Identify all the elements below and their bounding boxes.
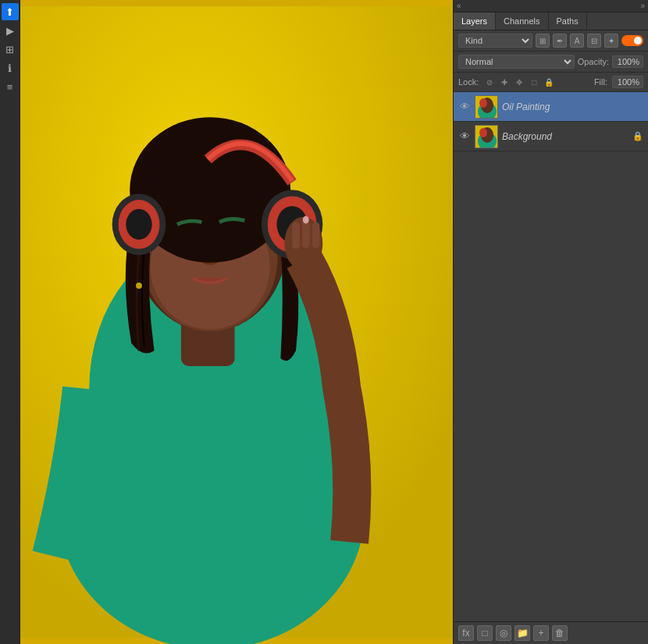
filter-smart-icon[interactable]: ✦	[604, 34, 618, 48]
lock-label: Lock:	[458, 77, 479, 87]
tab-layers[interactable]: Layers	[454, 12, 496, 30]
add-mask-button[interactable]: □	[477, 625, 493, 641]
lock-artboard-icon[interactable]: □	[528, 76, 540, 88]
collapse-left-icon[interactable]: «	[457, 2, 461, 10]
filter-type-icon[interactable]: A	[570, 34, 584, 48]
photo-canvas	[20, 0, 453, 644]
tab-paths[interactable]: Paths	[549, 12, 587, 30]
kind-dropdown[interactable]: Kind	[458, 34, 532, 48]
left-toolbar: ⬆ ▶ ⊞ ℹ ≡	[0, 0, 20, 644]
kind-filter-row: Kind ⊞ ✒ A ⊟ ✦	[454, 30, 648, 52]
panel-action-bar: fx □ ◎ 📁 + 🗑	[454, 621, 648, 644]
eye-icon-bg: 👁	[460, 130, 470, 142]
new-layer-button[interactable]: +	[533, 625, 549, 641]
layer-visibility-bg[interactable]: 👁	[458, 130, 471, 143]
new-fill-button[interactable]: ◎	[496, 625, 511, 641]
new-group-button[interactable]: 📁	[514, 625, 530, 641]
tool-settings[interactable]: ⊞	[2, 41, 19, 58]
eye-icon-oil: 👁	[460, 101, 470, 112]
svg-point-22	[303, 216, 309, 224]
panel-tabs: Layers Channels Paths	[454, 12, 648, 30]
tool-info[interactable]: ℹ	[2, 59, 19, 76]
svg-rect-19	[292, 222, 300, 249]
svg-point-27	[479, 98, 487, 108]
svg-point-17	[126, 209, 151, 240]
blend-mode-dropdown[interactable]: Normal	[458, 55, 575, 69]
lock-paint-icon[interactable]: ✚	[498, 76, 511, 88]
fill-input[interactable]	[612, 76, 643, 88]
tool-layers-icon[interactable]: ≡	[2, 78, 19, 95]
layers-list: 👁 Oil Painting 👁	[454, 92, 648, 357]
lock-transparent-icon[interactable]: ⊘	[483, 76, 496, 88]
svg-point-31	[479, 128, 487, 137]
collapse-right-icon[interactable]: »	[640, 2, 645, 10]
lock-icons-group: ⊘ ✚ ✥ □ 🔒	[483, 76, 589, 88]
panel-collapse-bar: « »	[454, 0, 648, 12]
tab-channels[interactable]: Channels	[496, 12, 548, 30]
layer-item-background[interactable]: 👁 Background 🔒	[454, 122, 648, 151]
layer-visibility-oil[interactable]: 👁	[458, 101, 471, 113]
filter-shape-icon[interactable]: ⊟	[587, 34, 601, 48]
filter-pixel-icon[interactable]: ⊞	[536, 34, 550, 48]
delete-layer-button[interactable]: 🗑	[552, 625, 568, 641]
filter-adjustment-icon[interactable]: ✒	[553, 34, 567, 48]
layer-lock-icon: 🔒	[632, 131, 643, 142]
layer-item-oil-painting[interactable]: 👁 Oil Painting	[454, 92, 648, 122]
opacity-input[interactable]	[612, 55, 643, 68]
blend-opacity-row: Normal Opacity:	[454, 52, 648, 73]
canvas-area	[20, 0, 453, 644]
tool-play[interactable]: ▶	[2, 22, 19, 39]
opacity-label: Opacity:	[578, 57, 609, 66]
add-style-button[interactable]: fx	[458, 625, 474, 641]
svg-point-23	[136, 283, 142, 289]
lock-all-icon[interactable]: 🔒	[543, 76, 555, 88]
svg-rect-21	[312, 222, 320, 248]
layer-thumb-oil	[475, 95, 498, 119]
layer-name-bg: Background	[502, 131, 628, 142]
filter-toggle[interactable]	[621, 35, 643, 46]
tool-move[interactable]: ⬆	[2, 3, 19, 20]
canvas-illustration	[20, 0, 453, 644]
layer-thumb-bg	[475, 125, 498, 148]
lock-move-icon[interactable]: ✥	[513, 76, 525, 88]
right-panel: « » Layers Channels Paths Kind ⊞ ✒ A ⊟ ✦…	[453, 0, 648, 644]
layer-name-oil: Oil Painting	[502, 101, 643, 112]
fill-label: Fill:	[594, 77, 607, 87]
panel-empty-area	[454, 357, 648, 621]
lock-fill-row: Lock: ⊘ ✚ ✥ □ 🔒 Fill:	[454, 73, 648, 92]
